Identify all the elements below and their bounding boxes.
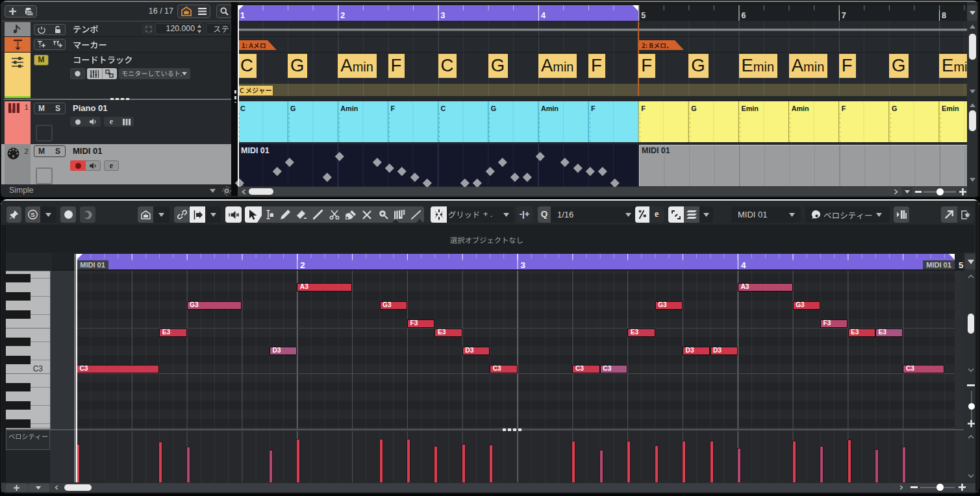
svg-text:S: S — [31, 211, 34, 218]
